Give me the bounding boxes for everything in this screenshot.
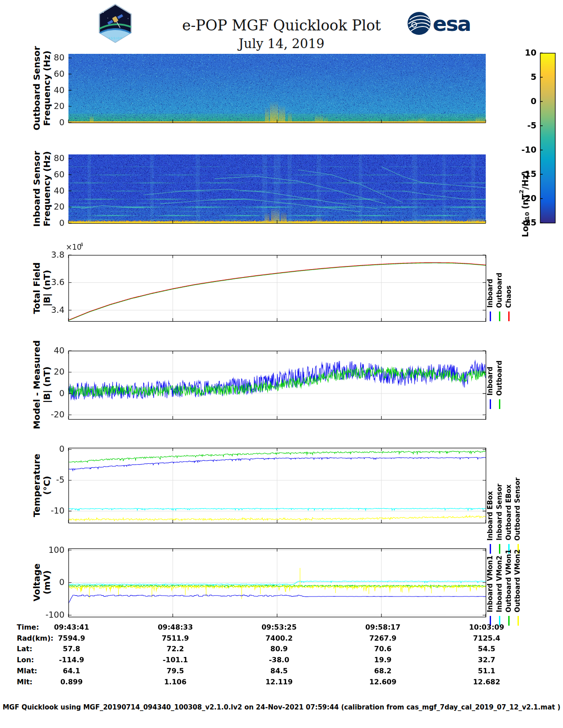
legend-swatch (490, 311, 491, 321)
inboard-spectrogram-canvas (38, 142, 489, 227)
legend-label: Outboard EBox (506, 484, 513, 540)
table-cell: 7511.9 (142, 634, 208, 642)
table-cell: 7125.4 (453, 634, 520, 642)
legend-entry: Inboard EBox (487, 491, 494, 554)
legend-entry: Outboard VMon1 (506, 549, 513, 626)
table-cell: 54.5 (453, 645, 520, 653)
table-row-label: Mlt: (17, 678, 32, 686)
table-cell: 80.9 (246, 645, 312, 653)
temperature-legend: Inboard EBoxInboard SensorOutboard EBoxO… (487, 448, 521, 554)
table-cell: 79.5 (142, 667, 208, 675)
table-cell: 7400.2 (246, 634, 312, 642)
legend-swatch (508, 311, 510, 321)
table-cell: 84.5 (246, 667, 312, 675)
table-cell: 09:53:25 (246, 623, 312, 631)
outboard-spectrogram-canvas (38, 41, 489, 126)
table-cell: 51.1 (453, 667, 520, 675)
legend-label: Inboard VMon2 (496, 555, 503, 612)
legend-entry: Outboard VMon2 (514, 549, 521, 626)
voltage-canvas (38, 536, 489, 620)
table-cell: 7594.9 (38, 634, 105, 642)
table-cell: 12.119 (246, 678, 312, 686)
temperature-canvas (38, 435, 489, 526)
legend-label: Outboard VMon2 (514, 549, 521, 612)
table-cell: -101.1 (142, 656, 208, 664)
esa-logo: esa (407, 11, 471, 35)
table-cell: 57.8 (38, 645, 105, 653)
table-row-label: Mlat: (17, 667, 37, 675)
legend-entry: Chaos (506, 285, 513, 321)
table-cell: 12.682 (453, 678, 520, 686)
table-cell: 64.1 (38, 667, 105, 675)
table-row-label: Time: (17, 623, 39, 631)
table-cell: -38.0 (246, 656, 312, 664)
total-field-legend: InboardOutboardChaos (487, 255, 512, 321)
table-cell: 09:48:33 (142, 623, 208, 631)
legend-label: Inboard EBox (487, 491, 494, 540)
legend-entry: Inboard VMon1 (487, 555, 494, 626)
colorbar-canvas (506, 44, 561, 232)
table-cell: 7267.9 (350, 634, 416, 642)
esa-logo-text: esa (433, 13, 471, 34)
legend-swatch (499, 311, 500, 321)
table-cell: 10:03:09 (453, 623, 520, 631)
colorbar-label: Log10 (nT2/Hz) (518, 171, 530, 237)
table-cell: 09:43:41 (38, 623, 105, 631)
voltage-legend: Inboard VMon1Inboard VMon2Outboard VMon1… (487, 548, 521, 626)
table-cell: 0.899 (38, 678, 105, 686)
legend-label: Outboard VMon1 (506, 549, 513, 612)
legend-swatch (490, 399, 491, 409)
table-cell: 32.7 (453, 656, 520, 664)
legend-entry: Inboard Sensor (496, 484, 503, 554)
legend-swatch (499, 399, 500, 409)
legend-label: Inboard Sensor (496, 484, 503, 540)
quicklook-page: CASSIOPE e-POP MGF Quicklook Plot July 1… (0, 0, 563, 728)
table-cell: -114.9 (38, 656, 105, 664)
legend-label: Outboard (496, 360, 503, 396)
table-cell: 68.2 (350, 667, 416, 675)
table-cell: 72.2 (142, 645, 208, 653)
legend-entry: Outboard Sensor (514, 477, 521, 554)
footer-text: MGF Quicklook using MGF_20190714_094340_… (0, 703, 563, 711)
esa-globe-icon (407, 11, 431, 35)
table-cell: 09:58:17 (350, 623, 416, 631)
legend-label: Inboard (487, 279, 494, 308)
model-measured-legend: InboardOutboard (487, 351, 503, 409)
legend-label: Outboard Sensor (514, 477, 521, 540)
legend-label: Outboard (496, 273, 503, 308)
legend-entry: Outboard (496, 360, 503, 409)
table-row-label: Lat: (17, 645, 32, 653)
legend-entry: Outboard EBox (506, 484, 513, 554)
total-field-canvas (38, 243, 489, 325)
legend-entry: Inboard (487, 279, 494, 321)
legend-entry: Inboard VMon2 (496, 555, 503, 626)
model-measured-canvas (38, 338, 489, 423)
table-cell: 1.106 (142, 678, 208, 686)
table-row-label: Lon: (17, 656, 34, 664)
legend-label: Inboard VMon1 (487, 555, 494, 612)
page-title: e-POP MGF Quicklook Plot (0, 17, 563, 34)
legend-label: Inboard (487, 367, 494, 396)
legend-label: Chaos (506, 285, 513, 308)
table-cell: 19.9 (350, 656, 416, 664)
table-cell: 12.609 (350, 678, 416, 686)
legend-entry: Inboard (487, 367, 494, 409)
table-cell: 70.6 (350, 645, 416, 653)
legend-entry: Outboard (496, 273, 503, 321)
